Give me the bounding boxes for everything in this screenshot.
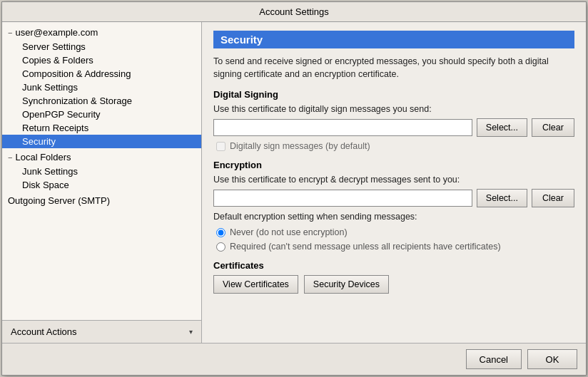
radio-required-row: Required (can't send message unless all …: [216, 242, 574, 252]
digital-signing-checkbox-label: Digitally sign messages (by default): [230, 141, 370, 151]
expand-icon: −: [8, 29, 12, 37]
radio-never[interactable]: [216, 228, 225, 237]
digital-signing-title: Digital Signing: [213, 89, 574, 100]
default-encryption-label: Default encryption setting when sending …: [213, 212, 574, 222]
sidebar-item-junk-settings[interactable]: Junk Settings: [2, 81, 201, 94]
sidebar-item-composition-addressing[interactable]: Composition & Addressing: [2, 67, 201, 81]
sidebar-wrapper: − user@example.com Server Settings Copie…: [2, 22, 202, 343]
certificates-title: Certificates: [213, 260, 574, 271]
encryption-clear-button[interactable]: Clear: [532, 189, 574, 207]
sidebar-item-openpgp-security[interactable]: OpenPGP Security: [2, 108, 201, 121]
sidebar-account-root[interactable]: − user@example.com: [2, 25, 201, 40]
digital-signing-cert-input[interactable]: [213, 119, 472, 136]
dialog-title: Account Settings: [259, 6, 329, 17]
digital-signing-clear-button[interactable]: Clear: [532, 118, 574, 137]
sidebar-item-copies-folders[interactable]: Copies & Folders: [2, 53, 201, 67]
description: To send and receive signed or encrypted …: [213, 56, 574, 81]
digital-signing-select-button[interactable]: Select...: [477, 118, 527, 137]
encryption-cert-input[interactable]: [213, 190, 472, 207]
account-actions-bar: Account Actions ▾: [2, 320, 201, 343]
certificates-section: Certificates View Certificates Security …: [213, 260, 574, 294]
sidebar-tree: − user@example.com Server Settings Copie…: [2, 22, 201, 320]
main-content: Security To send and receive signed or e…: [202, 22, 586, 343]
radio-required[interactable]: [216, 242, 225, 252]
sidebar-item-outgoing[interactable]: Outgoing Server (SMTP): [2, 193, 201, 208]
radio-never-label: Never (do not use encryption): [230, 227, 348, 237]
ok-button[interactable]: OK: [527, 349, 577, 369]
encryption-cert-row: Select... Clear: [213, 189, 574, 207]
dialog-footer: Cancel OK: [2, 343, 586, 375]
account-label: user@example.com: [15, 27, 98, 38]
local-folders-label: Local Folders: [15, 152, 71, 162]
title-bar: Account Settings: [2, 2, 586, 22]
encryption-cert-label: Use this certificate to encrypt & decryp…: [213, 175, 574, 185]
sidebar-item-lf-junk[interactable]: Junk Settings: [2, 165, 201, 178]
encryption-section: Encryption Use this certificate to encry…: [213, 160, 574, 252]
account-settings-dialog: Account Settings − user@example.com Serv…: [1, 1, 587, 376]
sidebar-item-sync-storage[interactable]: Synchronization & Storage: [2, 94, 201, 108]
sidebar-item-server-settings[interactable]: Server Settings: [2, 40, 201, 53]
expand-icon-local: −: [8, 153, 12, 162]
cancel-button[interactable]: Cancel: [466, 349, 522, 369]
encryption-select-button[interactable]: Select...: [477, 189, 527, 207]
account-actions-label: Account Actions: [11, 326, 77, 337]
sidebar-item-security[interactable]: Security: [2, 135, 201, 148]
account-actions-button[interactable]: Account Actions ▾: [2, 321, 201, 343]
digital-signing-cert-label: Use this certificate to digitally sign m…: [213, 104, 574, 114]
digital-signing-section: Digital Signing Use this certificate to …: [213, 89, 574, 151]
security-devices-button[interactable]: Security Devices: [304, 275, 389, 294]
outgoing-label: Outgoing Server (SMTP): [8, 195, 110, 206]
digital-signing-cert-row: Select... Clear: [213, 118, 574, 137]
sidebar-local-folders-root[interactable]: − Local Folders: [2, 150, 201, 165]
digital-signing-checkbox-row: Digitally sign messages (by default): [213, 141, 574, 151]
digital-signing-checkbox[interactable]: [216, 142, 225, 151]
radio-required-label: Required (can't send message unless all …: [230, 242, 501, 252]
encryption-radio-group: Never (do not use encryption) Required (…: [216, 227, 574, 252]
section-title: Security: [213, 31, 574, 48]
dropdown-arrow-icon: ▾: [189, 328, 193, 336]
radio-never-row: Never (do not use encryption): [216, 227, 574, 237]
dialog-body: − user@example.com Server Settings Copie…: [2, 22, 586, 343]
sidebar-item-return-receipts[interactable]: Return Receipts: [2, 121, 201, 135]
sidebar-item-lf-disk[interactable]: Disk Space: [2, 178, 201, 192]
view-certificates-button[interactable]: View Certificates: [213, 275, 298, 294]
encryption-title: Encryption: [213, 160, 574, 170]
certificates-buttons-row: View Certificates Security Devices: [213, 275, 574, 294]
